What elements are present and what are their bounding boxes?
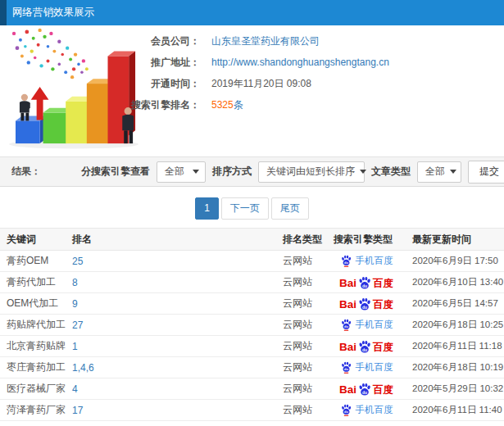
promo-url-link[interactable]: http://www.shandonghuangshengtang.cn xyxy=(211,57,389,68)
baidu-logo: Bai du 百度 xyxy=(339,383,393,396)
table-row: 医疗器械厂家 4 云网站 Bai du 百度 2020年5月29日 10:32 xyxy=(0,378,504,400)
svg-text:du: du xyxy=(344,368,348,372)
svg-text:du: du xyxy=(362,347,367,351)
filter-controls: 分搜索引擎查看 全部 排序方式 关键词由短到长排序 文章类型 全部 提交 xyxy=(81,161,504,184)
rank-link[interactable]: 4 xyxy=(66,378,276,400)
svg-text:du: du xyxy=(362,305,367,309)
header-keyword: 关键词 xyxy=(0,229,66,251)
member-company-link[interactable]: 山东皇圣堂药业有限公司 xyxy=(211,34,320,48)
updated-cell: 2020年6月5日 14:57 xyxy=(406,293,504,315)
open-time-label: 开通时间： xyxy=(110,77,200,91)
baidu-paw-icon: du xyxy=(357,383,372,397)
keyword-cell: 膏药代加工 xyxy=(0,272,66,293)
last-page-button[interactable]: 尾页 xyxy=(271,197,309,220)
svg-text:du: du xyxy=(344,325,348,329)
mobile-baidu-label: 手机百度 xyxy=(356,319,393,331)
header-engine-type: 搜索引擎类型 xyxy=(327,229,406,251)
rank-link[interactable]: 8 xyxy=(66,272,276,293)
rank-type-cell: 云网站 xyxy=(276,272,327,293)
keyword-cell: 膏药OEM xyxy=(0,251,66,272)
engine-cell: Bai du 百度 xyxy=(327,336,406,357)
table-row: 枣庄膏药加工 1,4,6 云网站 du 手机百度 2020年6月18日 10:1… xyxy=(0,357,504,378)
engine-cell: du 手机百度 xyxy=(327,251,406,272)
keyword-rank-table: 关键词 排名 排名类型 搜索引擎类型 最新更新时间 膏药OEM 25 云网站 d… xyxy=(0,228,504,421)
svg-text:du: du xyxy=(362,390,367,394)
baidu-logo-bai: Bai xyxy=(339,299,356,310)
engine-cell: du 手机百度 xyxy=(327,357,406,378)
promo-url-label: 推广地址： xyxy=(110,56,200,70)
header-updated: 最新更新时间 xyxy=(406,229,504,251)
rank-type-cell: 云网站 xyxy=(276,357,327,378)
baidu-paw-icon: du xyxy=(340,361,352,374)
updated-cell: 2020年6月10日 13:40 xyxy=(406,272,504,293)
submit-button[interactable]: 提交 xyxy=(468,161,504,184)
rank-link[interactable]: 9 xyxy=(66,293,276,315)
page-title: 网络营销效果展示 xyxy=(12,0,94,25)
baidu-logo-cn: 百度 xyxy=(373,278,393,289)
member-company-row: 会员公司： 山东皇圣堂药业有限公司 xyxy=(110,30,495,52)
rank-link[interactable]: 1,4,6 xyxy=(66,357,276,378)
table-row: 膏药OEM 25 云网站 du 手机百度 2020年6月9日 17:50 xyxy=(0,251,504,272)
baidu-logo-cn: 百度 xyxy=(373,299,393,310)
baidu-logo-bai: Bai xyxy=(339,384,356,396)
keyword-cell: 药贴牌代加工 xyxy=(0,315,66,336)
mobile-baidu-badge: du 手机百度 xyxy=(340,361,393,374)
table-row: 北京膏药贴牌 1 云网站 Bai du 百度 2020年6月11日 11:18 xyxy=(0,336,504,357)
caret-down-icon xyxy=(193,170,199,174)
mobile-baidu-label: 手机百度 xyxy=(356,361,393,374)
account-fields: 会员公司： 山东皇圣堂药业有限公司 推广地址： http://www.shand… xyxy=(110,30,495,116)
next-page-button[interactable]: 下一页 xyxy=(221,197,269,220)
baidu-paw-icon: du xyxy=(357,340,372,354)
keyword-cell: 北京膏药贴牌 xyxy=(0,336,66,357)
baidu-paw-icon: du xyxy=(340,404,352,416)
header-bar: 网络营销效果展示 xyxy=(0,0,504,25)
mobile-baidu-badge: du 手机百度 xyxy=(340,319,393,331)
engine-filter-select[interactable]: 全部 xyxy=(157,161,206,183)
rank-link[interactable]: 1 xyxy=(66,336,276,357)
baidu-logo-cn: 百度 xyxy=(373,384,393,396)
article-type-select[interactable]: 全部 xyxy=(417,161,461,183)
keyword-cell: 医疗器械厂家 xyxy=(0,378,66,400)
baidu-logo-bai: Bai xyxy=(339,278,356,289)
rank-type-cell: 云网站 xyxy=(276,251,327,272)
header-left-edge xyxy=(0,0,7,25)
rank-count-suffix: 条 xyxy=(234,99,243,111)
rank-type-cell: 云网站 xyxy=(276,336,327,357)
article-type-label: 文章类型 xyxy=(371,165,411,179)
result-label: 结果： xyxy=(11,165,41,179)
keyword-cell: 枣庄膏药加工 xyxy=(0,357,66,378)
engine-cell: Bai du 百度 xyxy=(327,272,406,293)
header-rank: 排名 xyxy=(66,229,276,251)
keyword-cell: 菏泽膏药厂家 xyxy=(0,400,66,421)
pagination: 1 下一页 尾页 xyxy=(0,197,504,220)
rank-link[interactable]: 17 xyxy=(66,400,276,421)
baidu-paw-icon: du xyxy=(340,255,352,267)
engine-cell: du 手机百度 xyxy=(327,400,406,421)
updated-cell: 2020年6月11日 11:18 xyxy=(406,336,504,357)
baidu-paw-icon: du xyxy=(340,319,352,331)
updated-cell: 2020年6月18日 10:25 xyxy=(406,315,504,336)
page-button-current[interactable]: 1 xyxy=(195,197,219,220)
svg-text:du: du xyxy=(344,261,348,265)
mobile-baidu-label: 手机百度 xyxy=(356,404,393,416)
baidu-logo: Bai du 百度 xyxy=(339,276,393,289)
mobile-baidu-badge: du 手机百度 xyxy=(340,404,393,416)
sort-label: 排序方式 xyxy=(212,165,252,179)
rank-count-label: 搜索引擎排名： xyxy=(110,98,200,112)
member-company-label: 会员公司： xyxy=(110,34,200,48)
sort-select[interactable]: 关键词由短到长排序 xyxy=(258,161,365,183)
rank-link[interactable]: 25 xyxy=(66,251,276,272)
svg-text:du: du xyxy=(362,283,367,288)
svg-text:du: du xyxy=(344,410,348,415)
mobile-baidu-badge: du 手机百度 xyxy=(340,255,393,267)
bar-blue xyxy=(16,116,47,144)
engine-cell: Bai du 百度 xyxy=(327,293,406,315)
rank-type-cell: 云网站 xyxy=(276,378,327,400)
rank-type-cell: 云网站 xyxy=(276,293,327,315)
rank-count-value: 5325条 xyxy=(211,98,243,112)
table-row: OEM代加工 9 云网站 Bai du 百度 2020年6月5日 14:57 xyxy=(0,293,504,315)
engine-filter-label: 分搜索引擎查看 xyxy=(81,165,150,179)
rank-count-row: 搜索引擎排名： 5325条 xyxy=(110,94,495,116)
rank-link[interactable]: 27 xyxy=(66,315,276,336)
caret-down-icon xyxy=(450,170,456,174)
